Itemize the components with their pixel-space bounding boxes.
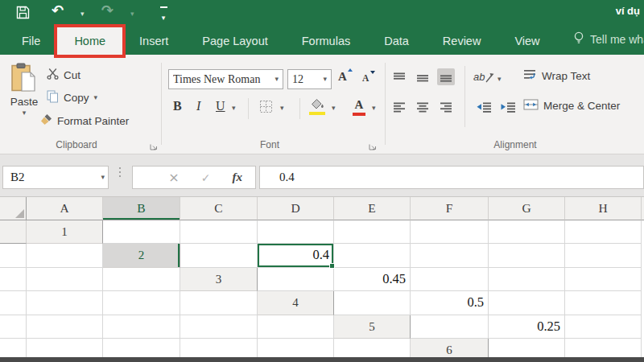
cell-a5[interactable] [411,315,489,339]
cell-f2[interactable] [565,244,642,267]
cell-partial-2[interactable] [103,268,180,291]
cell-h2[interactable] [27,268,103,291]
enter-icon[interactable]: ✓ [201,171,211,184]
align-bottom-button-selected[interactable] [437,68,455,85]
cell-h1[interactable] [0,244,27,267]
cell-c5[interactable] [565,315,642,339]
cell-c3[interactable] [411,268,489,291]
cell-b3[interactable]: 0.45 [334,268,411,291]
column-header-g[interactable]: G [489,197,565,220]
name-box[interactable]: B2 ▾ [2,166,109,189]
column-header-d[interactable]: D [258,197,334,220]
tab-formulas[interactable]: Formulas [285,27,367,55]
cell-c1[interactable] [258,220,334,244]
borders-button[interactable] [259,100,273,116]
cell-f3[interactable] [0,291,27,315]
align-left-button[interactable] [393,101,406,117]
font-color-button[interactable]: A [353,98,365,116]
fill-color-button[interactable] [309,98,325,115]
wrap-text-button[interactable]: Wrap Text [523,69,590,83]
bold-button[interactable]: B [173,99,182,113]
save-icon[interactable] [16,0,30,24]
align-center-button[interactable] [416,101,429,117]
select-all-corner[interactable] [0,197,27,220]
borders-dropdown-icon[interactable]: ▾ [280,105,284,112]
fill-color-dropdown-icon[interactable]: ▾ [332,105,336,112]
align-middle-button[interactable] [416,72,429,87]
cancel-icon[interactable]: × [168,170,179,185]
row-header-1[interactable]: 1 [27,220,103,244]
formula-bar-resizer[interactable] [119,167,121,177]
column-header-partial[interactable] [0,220,27,244]
cell-g1[interactable] [565,220,642,244]
row-header-3[interactable]: 3 [180,268,258,291]
column-header-a[interactable]: A [27,197,103,220]
italic-button[interactable]: I [196,99,200,113]
shrink-font-button[interactable]: A [362,73,369,83]
cell-e1[interactable] [411,220,489,244]
cell-h3[interactable] [103,291,180,315]
cell-a2[interactable] [180,244,258,267]
underline-button[interactable]: U [216,99,225,113]
merge-center-button[interactable]: Merge & Center [523,99,620,113]
row-header-5[interactable]: 5 [334,315,411,339]
cell-b5[interactable]: 0.25 [489,315,565,339]
decrease-indent-button[interactable] [477,101,492,115]
cell-e2[interactable] [489,244,565,267]
cell-g4[interactable] [103,315,180,339]
format-painter-button[interactable]: Format Painter [40,113,129,128]
column-header-b[interactable]: B [103,197,180,220]
cell-b4[interactable]: 0.5 [411,291,489,315]
font-name-combo[interactable]: Times New Roman ▾ [168,69,283,89]
increase-indent-button[interactable] [501,101,516,115]
cell-c4[interactable] [489,291,565,315]
tab-insert[interactable]: Insert [122,27,185,55]
tab-file[interactable]: File [5,27,57,55]
insert-function-icon[interactable]: fx [233,171,243,184]
cell-b1[interactable] [180,220,258,244]
cell-f1[interactable] [489,220,565,244]
name-box-dropdown-icon[interactable]: ▾ [101,174,105,181]
cell-a4[interactable] [334,291,411,315]
cell-partial-4[interactable] [258,315,334,339]
font-size-dropdown-icon[interactable]: ▾ [323,76,327,83]
font-dialog-launcher-icon[interactable] [369,141,377,153]
paste-dropdown-icon[interactable]: ▾ [5,109,43,117]
tab-data[interactable]: Data [367,27,426,55]
paste-button[interactable]: Paste ▾ [5,63,43,117]
cell-h4[interactable] [180,315,258,339]
align-top-button[interactable] [393,72,406,87]
tab-page-layout[interactable]: Page Layout [185,27,284,55]
column-header-f[interactable]: F [411,197,489,220]
cell-c2[interactable] [334,244,411,267]
column-header-h[interactable]: H [565,197,642,220]
row-header-4[interactable]: 4 [258,291,334,315]
cell-e4[interactable] [0,315,27,339]
cell-g2[interactable] [0,268,27,291]
cell-d4[interactable] [565,291,642,315]
align-right-button[interactable] [440,101,452,117]
tab-review[interactable]: Review [426,27,498,55]
orientation-dropdown-icon[interactable]: ▾ [497,76,502,83]
cut-button[interactable]: Cut [47,68,80,82]
cell-a1[interactable] [103,220,180,244]
tell-me-box[interactable]: Tell me what you want to do [573,31,644,47]
underline-dropdown-icon[interactable]: ▾ [232,105,236,112]
tab-view[interactable]: View [497,27,556,55]
customize-quick-access-toolbar-icon[interactable]: ▾ [159,6,167,23]
grow-font-button[interactable]: A [338,70,347,84]
cell-f4[interactable] [27,315,103,339]
clipboard-dialog-launcher-icon[interactable] [150,141,158,153]
cell-g3[interactable] [27,291,103,315]
undo-dropdown-icon[interactable]: ▾ [80,10,85,18]
cell-partial-3[interactable] [180,291,258,315]
copy-dropdown-icon[interactable]: ▾ [94,94,98,101]
font-name-dropdown-icon[interactable]: ▾ [275,76,279,83]
font-color-dropdown-icon[interactable]: ▾ [372,105,376,112]
cell-partial-1[interactable] [27,244,103,267]
cell-d2[interactable] [411,244,489,267]
cell-d3[interactable] [489,268,565,291]
column-header-e[interactable]: E [334,197,411,220]
row-header-2[interactable]: 2 [103,244,180,267]
column-header-c[interactable]: C [180,197,258,220]
